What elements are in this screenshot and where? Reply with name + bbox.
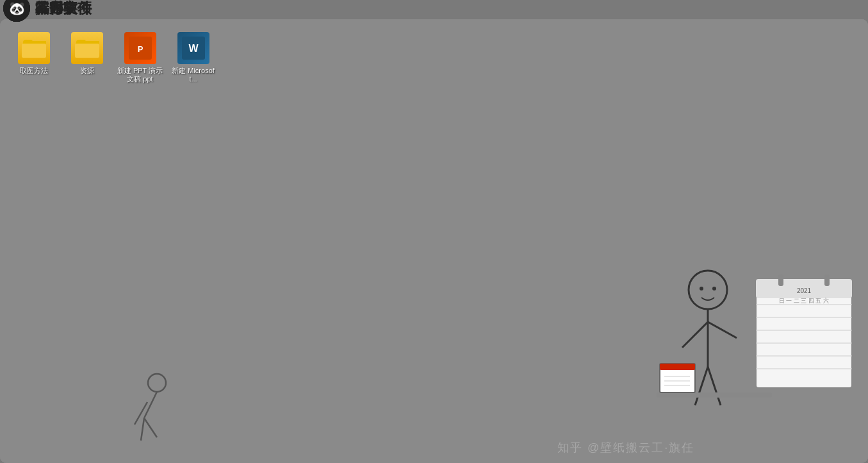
other-files-box: 取图方法 资源 P 新建 PPT 演示文稿.ppt W 新建 Microsoft… — [0, 19, 868, 463]
svg-rect-78 — [22, 44, 46, 58]
ppt-new-label: 新建 PPT 演示文稿.ppt — [116, 67, 164, 83]
tutu-folder-label: 取图方法 — [20, 67, 48, 75]
resource-folder-item[interactable]: 资源 — [63, 32, 111, 83]
word-new-right-img: W — [177, 32, 209, 64]
svg-rect-79 — [75, 44, 99, 58]
other-files-header: 🐼 其它文件 — [3, 0, 92, 22]
word-new-right-item[interactable]: W 新建 Microsoft... — [169, 32, 217, 83]
tutu-folder-img — [18, 32, 50, 64]
other-files-grid: 取图方法 资源 P 新建 PPT 演示文稿.ppt W 新建 Microsoft… — [6, 26, 862, 90]
word-new-right-label: 新建 Microsoft... — [169, 67, 217, 83]
resource-folder-img — [71, 32, 103, 64]
other-files-title: 其它文件 — [35, 0, 92, 18]
ppt-new-img: P — [124, 32, 156, 64]
svg-text:P: P — [137, 44, 143, 54]
tutu-folder-item[interactable]: 取图方法 — [10, 32, 58, 83]
other-files-icon: 🐼 — [3, 0, 30, 22]
ppt-new-item[interactable]: P 新建 PPT 演示文稿.ppt — [116, 32, 164, 83]
resource-folder-label: 资源 — [80, 67, 94, 75]
svg-text:W: W — [188, 43, 199, 54]
